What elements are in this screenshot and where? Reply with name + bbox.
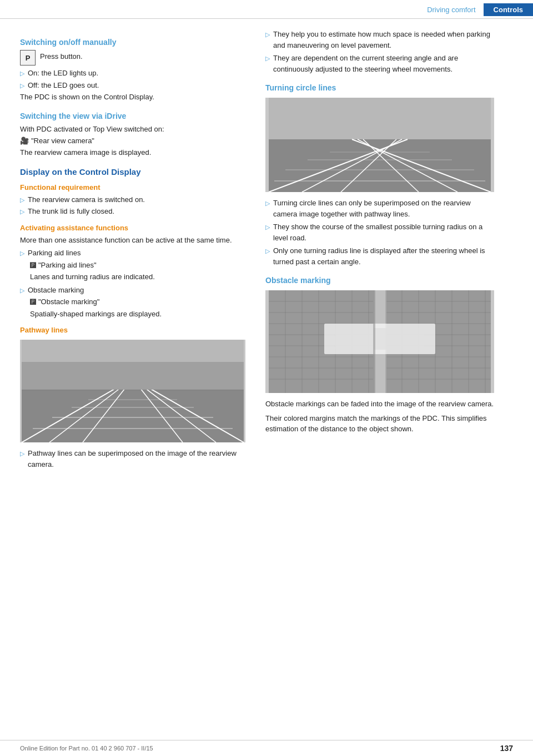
svg-marker-17 [269, 139, 491, 192]
arrow-icon-obstacle: ▷ [20, 286, 24, 295]
bullet-help: ▷ They help you to estimate how much spa… [265, 29, 494, 51]
arrow-icon-pathway: ▷ [20, 449, 24, 458]
switching-manual-title: Switching on/off manually [20, 38, 245, 47]
left-column: Switching on/off manually P Press button… [0, 29, 255, 471]
footer-online-edition: Online Edition for Part no. 01 40 2 960 … [20, 745, 153, 752]
header-driving-comfort: Driving comfort [419, 3, 483, 16]
bullet-only-one: ▷ Only one turning radius line is displa… [265, 245, 494, 267]
svg-rect-54 [373, 290, 375, 393]
pdc-button-icon: P [20, 50, 36, 65]
switching-idrive-title: Switching the view via iDrive [20, 112, 245, 120]
main-content: Switching on/off manually P Press button… [0, 19, 533, 471]
arrow-icon-parking: ▷ [20, 249, 24, 258]
display-control-title: Display on the Control Display [20, 167, 245, 177]
bullet-off-text: Off: the LED goes out. [28, 80, 99, 91]
svg-marker-1 [22, 390, 244, 442]
help-text: They help you to estimate how much space… [273, 29, 494, 51]
svg-rect-53 [335, 328, 424, 350]
obstacle-body1-text: Obstacle markings can be faded into the … [265, 399, 494, 410]
header-controls: Controls [484, 3, 533, 16]
bullet-turning-superimposed: ▷ Turning circle lines can only be super… [265, 198, 494, 219]
arrow-icon-dependent: ▷ [265, 54, 270, 63]
turning-superimposed-text: Turning circle lines can only be superim… [273, 198, 494, 219]
sub-bullet-obstacle: 🅿 "Obstacle marking" [30, 296, 245, 308]
rearview-displayed-text: The rearview camera image is displayed. [20, 147, 245, 158]
svg-rect-14 [22, 340, 244, 362]
bullet-led-on: ▷ On: the LED lights up. [20, 68, 245, 79]
pathway-svg [20, 340, 245, 442]
obstacle-sub-text: "Obstacle marking" [38, 296, 99, 308]
turning-circle-title: Turning circle lines [265, 83, 494, 92]
footer-page-number: 137 [500, 744, 513, 753]
right-column: ▷ They help you to estimate how much spa… [255, 29, 511, 471]
page-footer: Online Edition for Part no. 01 40 2 960 … [0, 740, 533, 756]
parking-sub-icon: 🅿 [30, 261, 36, 270]
arrow-icon-only-one: ▷ [265, 246, 270, 256]
bullet-pathway-caption: ▷ Pathway lines can be superimposed on t… [20, 448, 245, 470]
bullet-course: ▷ They show the course of the smallest p… [265, 221, 494, 243]
pdc-shown-text: The PDC is shown on the Control Display. [20, 92, 245, 103]
pdc-icon-label: P [26, 54, 31, 62]
parking-sub-text: "Parking aid lines" [38, 260, 97, 271]
arrow-icon-off: ▷ [20, 81, 24, 90]
activating-title: Activating assistance functions [20, 224, 245, 232]
press-button-row: P Press button. [20, 50, 245, 65]
obstacle-svg [265, 290, 494, 393]
bullet-dependent: ▷ They are dependent on the current stee… [265, 53, 494, 74]
course-text: They show the course of the smallest pos… [273, 221, 494, 243]
bullet-trunk: ▷ The trunk lid is fully closed. [20, 206, 245, 217]
press-button-label: Press button. [40, 51, 83, 62]
dependent-text: They are dependent on the current steeri… [273, 53, 494, 74]
obstacle-sub-icon: 🅿 [30, 298, 36, 307]
pathway-image [20, 340, 245, 442]
svg-rect-16 [269, 98, 491, 139]
idrive-with-text: With PDC activated or Top View switched … [20, 124, 245, 135]
activating-body-text: More than one assistance function can be… [20, 235, 245, 246]
bullet-camera-switched: ▷ The rearview camera is switched on. [20, 194, 245, 205]
bullet-on-text: On: the LED lights up. [28, 68, 98, 79]
arrow-icon-trunk: ▷ [20, 207, 24, 216]
bullet-obstacle: ▷ Obstacle marking [20, 285, 245, 296]
bullet-led-off: ▷ Off: the LED goes out. [20, 80, 245, 91]
parking-lanes-text: Lanes and turning radius are indicated. [30, 271, 245, 283]
pathway-lines-title: Pathway lines [20, 326, 245, 334]
obstacle-text: Obstacle marking [28, 285, 84, 296]
arrow-icon-help: ▷ [265, 30, 270, 39]
arrow-icon-camera: ▷ [20, 195, 24, 205]
page-header: Driving comfort Controls [0, 0, 533, 19]
camera-switched-text: The rearview camera is switched on. [28, 194, 145, 205]
functional-req-title: Functional requirement [20, 183, 245, 191]
arrow-icon-turning1: ▷ [265, 199, 270, 208]
obstacle-marking-title: Obstacle marking [265, 276, 494, 285]
spatially-text: Spatially-shaped markings are displayed. [30, 309, 245, 320]
camera-ref-icon: 🎥 [20, 137, 29, 145]
sub-bullet-parking: 🅿 "Parking aid lines" [30, 260, 245, 271]
arrow-icon-on: ▷ [20, 69, 24, 78]
obstacle-body2-text: Their colored margins match the markings… [265, 413, 494, 435]
arrow-icon-course: ▷ [265, 223, 270, 232]
only-one-text: Only one turning radius line is displaye… [273, 245, 494, 267]
parking-aid-text: Parking aid lines [28, 248, 81, 259]
bullet-parking-aid: ▷ Parking aid lines [20, 248, 245, 259]
trunk-text: The trunk lid is fully closed. [28, 206, 114, 217]
rear-view-label: "Rear view camera" [31, 137, 94, 145]
turning-image [265, 98, 494, 192]
obstacle-image [265, 290, 494, 393]
pathway-caption-text: Pathway lines can be superimposed on the… [28, 448, 245, 470]
turning-svg [265, 98, 494, 192]
camera-ref-row: 🎥 "Rear view camera" [20, 137, 245, 145]
header-nav: Driving comfort Controls [419, 3, 533, 16]
